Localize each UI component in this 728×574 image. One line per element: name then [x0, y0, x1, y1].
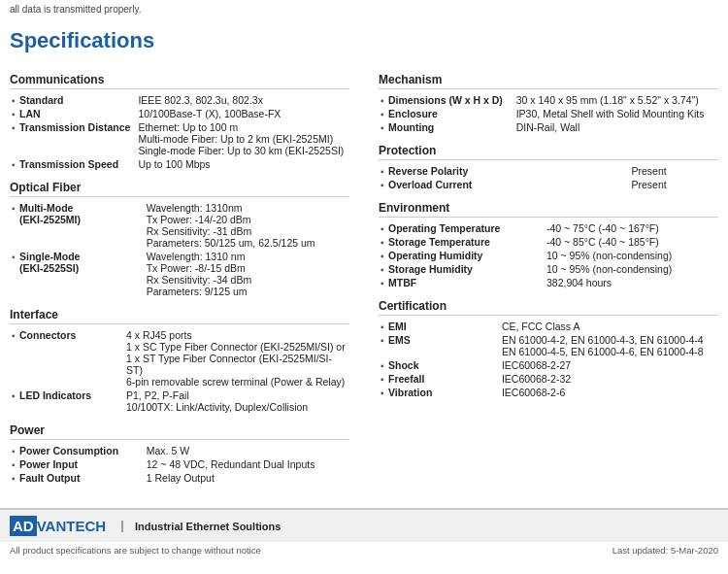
- table-row: ▪VibrationIEC60068-2-6: [379, 386, 718, 399]
- bullet-icon: ▪: [379, 276, 386, 289]
- spec-label: Reverse Polarity: [386, 164, 629, 178]
- bullet-icon: ▪: [10, 107, 17, 120]
- bullet-icon: ▪: [379, 333, 386, 358]
- spec-label: Vibration: [386, 386, 500, 399]
- table-row: ▪Power Input12 ~ 48 VDC, Redundant Dual …: [10, 457, 349, 471]
- bullet-icon: ▪: [10, 388, 17, 414]
- bullet-icon: ▪: [10, 457, 17, 471]
- spec-label: Storage Humidity: [386, 262, 545, 276]
- footer-logo: ADVANTECH: [10, 516, 106, 536]
- table-row: ▪MountingDIN-Rail, Wall: [379, 120, 718, 134]
- footer-left-note: All product specifications are subject t…: [10, 545, 261, 556]
- footer-right-note: Last updated: 5-Mar-2020: [612, 545, 718, 556]
- table-row: ▪Single-Mode(EKI-2525SI)Wavelength: 1310…: [10, 250, 349, 298]
- bullet-icon: ▪: [379, 178, 386, 191]
- table-row: ▪EnclosureIP30, Metal Shell with Solid M…: [379, 107, 718, 120]
- two-column-layout: Communications▪StandardIEEE 802.3, 802.3…: [10, 63, 718, 485]
- spec-value: Up to 100 Mbps: [136, 157, 349, 171]
- bullet-icon: ▪: [10, 328, 17, 388]
- section-title-certification: Certification: [379, 299, 718, 316]
- bullet-icon: ▪: [379, 164, 386, 178]
- spec-value: IEC60068-2-6: [500, 386, 718, 399]
- table-row: ▪EMICE, FCC Class A: [379, 320, 718, 333]
- spec-value: IEEE 802.3, 802.3u, 802.3x: [136, 93, 349, 107]
- spec-value: IEC60068-2-27: [500, 358, 718, 372]
- right-column: Mechanism▪Dimensions (W x H x D)30 x 140…: [369, 63, 718, 485]
- spec-value: 4 x RJ45 ports1 x SC Type Fiber Connecto…: [124, 328, 349, 388]
- bullet-icon: ▪: [10, 444, 17, 457]
- bullet-icon: ▪: [379, 249, 386, 262]
- spec-value: IEC60068-2-32: [500, 372, 718, 386]
- spec-label: Overload Current: [386, 178, 629, 191]
- spec-label: Standard: [17, 93, 136, 107]
- spec-table: ▪EMICE, FCC Class A▪EMSEN 61000-4-2, EN …: [379, 320, 718, 399]
- spec-label: Enclosure: [386, 107, 514, 120]
- spec-table: ▪Dimensions (W x H x D)30 x 140 x 95 mm …: [379, 93, 718, 134]
- spec-label: Power Consumption: [17, 444, 145, 457]
- spec-value: Present: [629, 164, 718, 178]
- bullet-icon: ▪: [379, 235, 386, 249]
- bullet-icon: ▪: [10, 93, 17, 107]
- table-row: ▪LAN10/100Base-T (X), 100Base-FX: [10, 107, 349, 120]
- spec-table: ▪Operating Temperature-40 ~ 75°C (-40 ~ …: [379, 221, 718, 289]
- spec-label: EMS: [386, 333, 500, 358]
- section-title-environment: Environment: [379, 201, 718, 218]
- table-row: ▪Transmission SpeedUp to 100 Mbps: [10, 157, 349, 171]
- table-row: ▪Multi-Mode(EKI-2525MI)Wavelength: 1310n…: [10, 201, 349, 250]
- spec-label: Dimensions (W x H x D): [386, 93, 514, 107]
- top-note: all data is transmitted properly.: [0, 0, 728, 20]
- spec-value: CE, FCC Class A: [500, 320, 718, 333]
- spec-label: Multi-Mode(EKI-2525MI): [17, 201, 145, 250]
- spec-label: Fault Output: [17, 471, 145, 485]
- footer-bottom: All product specifications are subject t…: [0, 542, 728, 558]
- table-row: ▪LED IndicatorsP1, P2, P-Fail10/100TX: L…: [10, 388, 349, 414]
- bullet-icon: ▪: [379, 358, 386, 372]
- spec-value: EN 61000-4-2, EN 61000-4-3, EN 61000-4-4…: [500, 333, 718, 358]
- table-row: ▪Dimensions (W x H x D)30 x 140 x 95 mm …: [379, 93, 718, 107]
- spec-label: Mounting: [386, 120, 514, 134]
- bullet-icon: ▪: [10, 250, 17, 298]
- spec-label: LAN: [17, 107, 136, 120]
- spec-value: Max. 5 W: [145, 444, 349, 457]
- footer-tagline: Industrial Ethernet Soultions: [121, 521, 281, 532]
- section-title-communications: Communications: [10, 73, 349, 89]
- logo-ad-part: AD: [10, 516, 37, 536]
- spec-table: ▪Reverse PolarityPresent▪Overload Curren…: [379, 164, 718, 191]
- spec-table: ▪StandardIEEE 802.3, 802.3u, 802.3x▪LAN1…: [10, 93, 349, 171]
- spec-value: 382,904 hours: [545, 276, 718, 289]
- table-row: ▪FreefallIEC60068-2-32: [379, 372, 718, 386]
- logo-vantech-part: VANTECH: [37, 518, 106, 534]
- bullet-icon: ▪: [10, 157, 17, 171]
- spec-label: Freefall: [386, 372, 500, 386]
- table-row: ▪Reverse PolarityPresent: [379, 164, 718, 178]
- footer: ADVANTECH Industrial Ethernet Soultions: [0, 508, 728, 542]
- spec-value: IP30, Metal Shell with Solid Mounting Ki…: [514, 107, 718, 120]
- spec-value: Present: [629, 178, 718, 191]
- spec-value: 10/100Base-T (X), 100Base-FX: [136, 107, 349, 120]
- spec-value: 10 ~ 95% (non-condensing): [545, 249, 718, 262]
- main-content: Specifications Communications▪StandardIE…: [0, 20, 728, 494]
- spec-value: -40 ~ 85°C (-40 ~ 185°F): [545, 235, 718, 249]
- spec-table: ▪Power ConsumptionMax. 5 W▪Power Input12…: [10, 444, 349, 485]
- spec-value: 12 ~ 48 VDC, Redundant Dual Inputs: [145, 457, 349, 471]
- spec-label: Storage Temperature: [386, 235, 545, 249]
- table-row: ▪Connectors4 x RJ45 ports1 x SC Type Fib…: [10, 328, 349, 388]
- spec-label: Operating Temperature: [386, 221, 545, 235]
- spec-value: 10 ~ 95% (non-condensing): [545, 262, 718, 276]
- spec-table: ▪Connectors4 x RJ45 ports1 x SC Type Fib…: [10, 328, 349, 414]
- spec-label: Single-Mode(EKI-2525SI): [17, 250, 145, 298]
- section-title-interface: Interface: [10, 308, 349, 324]
- spec-value: Wavelength: 1310nmTx Power: -14/-20 dBmR…: [145, 201, 349, 250]
- bullet-icon: ▪: [10, 120, 17, 157]
- bullet-icon: ▪: [10, 201, 17, 250]
- spec-label: Power Input: [17, 457, 145, 471]
- spec-table: ▪Multi-Mode(EKI-2525MI)Wavelength: 1310n…: [10, 201, 349, 298]
- spec-label: EMI: [386, 320, 500, 333]
- spec-label: Shock: [386, 358, 500, 372]
- bullet-icon: ▪: [379, 107, 386, 120]
- bullet-icon: ▪: [379, 386, 386, 399]
- spec-value: Wavelength: 1310 nmTx Power: -8/-15 dBmR…: [145, 250, 349, 298]
- section-title-mechanism: Mechanism: [379, 73, 718, 89]
- bullet-icon: ▪: [379, 262, 386, 276]
- spec-value: P1, P2, P-Fail10/100TX: Link/Activity, D…: [124, 388, 349, 414]
